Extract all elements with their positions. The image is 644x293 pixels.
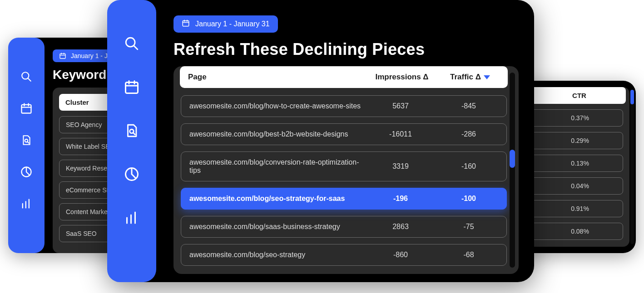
page-url: awesomesite.com/blog/saas-business-strat… xyxy=(189,223,362,231)
page-url: awesomesite.com/blog/seo-strategy-for-sa… xyxy=(189,195,362,203)
search-icon[interactable] xyxy=(123,34,141,53)
ctr-value: 0.37% xyxy=(540,114,620,122)
pages-panel: Page Impressions Δ Traffic Δ awesomesite… xyxy=(173,66,519,274)
table-header-row: Page Impressions Δ Traffic Δ xyxy=(180,66,508,88)
svg-rect-18 xyxy=(126,83,138,93)
traffic-delta: -100 xyxy=(439,195,498,203)
bar-chart-icon[interactable] xyxy=(123,209,141,227)
document-search-icon[interactable] xyxy=(19,133,34,147)
page-row[interactable]: awesomesite.com/blog/seo-strategy-860-68 xyxy=(181,244,507,266)
svg-line-23 xyxy=(133,132,135,134)
impressions-delta: 5637 xyxy=(362,102,439,110)
traffic-delta: -68 xyxy=(439,251,498,259)
date-range-badge[interactable]: January 1 - January 31 xyxy=(173,15,278,33)
ctr-value: 0.08% xyxy=(540,228,620,235)
search-icon[interactable] xyxy=(19,69,34,84)
column-header-page[interactable]: Page xyxy=(188,73,363,82)
svg-line-7 xyxy=(27,142,29,143)
scrollbar[interactable] xyxy=(510,73,515,268)
impressions-delta: 2863 xyxy=(362,223,439,231)
impressions-delta: -196 xyxy=(362,195,439,203)
page-url: awesomesite.com/blog/how-to-create-aweso… xyxy=(189,102,362,110)
bar-chart-icon[interactable] xyxy=(19,196,34,211)
page-url: awesomesite.com/blog/best-b2b-website-de… xyxy=(189,130,362,138)
page-row[interactable]: awesomesite.com/blog/seo-strategy-for-sa… xyxy=(181,188,507,210)
sidebar-small xyxy=(8,38,45,253)
svg-rect-28 xyxy=(183,21,189,26)
page-row[interactable]: awesomesite.com/blog/best-b2b-website-de… xyxy=(181,123,507,145)
calendar-icon[interactable] xyxy=(19,101,34,116)
page-row[interactable]: awesomesite.com/blog/conversion-rate-opt… xyxy=(181,151,507,181)
pie-chart-icon[interactable] xyxy=(123,165,141,183)
column-header-ctr[interactable]: CTR xyxy=(540,92,619,99)
date-range-label: January 1 - J xyxy=(71,52,108,59)
declining-pages-card: January 1 - January 31 Refresh These Dec… xyxy=(107,0,534,282)
ctr-value: 0.13% xyxy=(540,160,620,167)
pie-chart-icon[interactable] xyxy=(19,165,34,179)
svg-line-17 xyxy=(134,45,138,49)
scrollbar[interactable] xyxy=(630,90,634,244)
sidebar-main xyxy=(107,0,156,282)
traffic-delta: -75 xyxy=(439,223,498,231)
traffic-delta: -845 xyxy=(439,102,498,110)
traffic-delta: -160 xyxy=(439,162,498,171)
svg-line-1 xyxy=(28,78,31,81)
impressions-delta: 3319 xyxy=(362,162,439,171)
scrollbar-thumb[interactable] xyxy=(630,90,634,104)
document-search-icon[interactable] xyxy=(123,122,141,140)
impressions-delta: -16011 xyxy=(362,130,439,138)
date-range-badge-small[interactable]: January 1 - J xyxy=(53,49,114,62)
sort-desc-icon xyxy=(484,75,490,79)
impressions-delta: -860 xyxy=(362,251,439,259)
svg-rect-2 xyxy=(22,105,31,113)
calendar-icon xyxy=(59,52,66,59)
ctr-value: 0.91% xyxy=(540,205,620,212)
page-url: awesomesite.com/blog/seo-strategy xyxy=(189,251,362,259)
column-header-traffic[interactable]: Traffic Δ xyxy=(441,73,500,82)
ctr-value: 0.04% xyxy=(540,182,620,190)
page-url: awesomesite.com/blog/conversion-rate-opt… xyxy=(189,158,362,175)
ctr-value: 0.29% xyxy=(540,137,620,144)
traffic-delta: -286 xyxy=(439,130,498,138)
scrollbar-thumb[interactable] xyxy=(510,150,515,168)
svg-rect-12 xyxy=(60,54,65,59)
page-row[interactable]: awesomesite.com/blog/how-to-create-aweso… xyxy=(181,95,507,117)
calendar-icon[interactable] xyxy=(123,78,141,96)
column-header-impressions[interactable]: Impressions Δ xyxy=(363,73,441,82)
page-title: Refresh These Declining Pieces xyxy=(173,40,519,59)
calendar-icon xyxy=(182,19,190,29)
date-range-label: January 1 - January 31 xyxy=(195,20,270,28)
page-row[interactable]: awesomesite.com/blog/saas-business-strat… xyxy=(181,216,507,238)
